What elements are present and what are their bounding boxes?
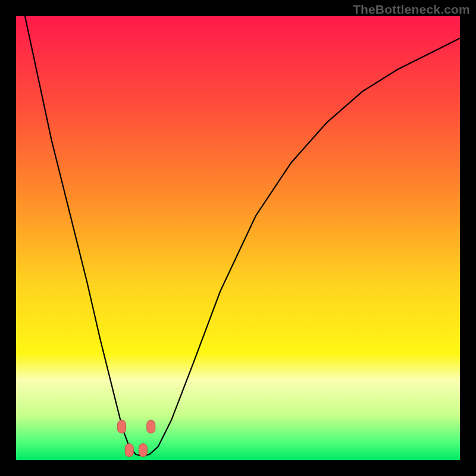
watermark-text: TheBottleneck.com [353, 2, 470, 17]
chart-frame: TheBottleneck.com [0, 0, 476, 476]
marker [125, 444, 133, 457]
gradient-background [16, 16, 460, 460]
plot-area [16, 16, 460, 460]
marker [118, 420, 126, 433]
marker [147, 420, 155, 433]
plot-svg [16, 16, 460, 460]
marker [139, 444, 147, 457]
